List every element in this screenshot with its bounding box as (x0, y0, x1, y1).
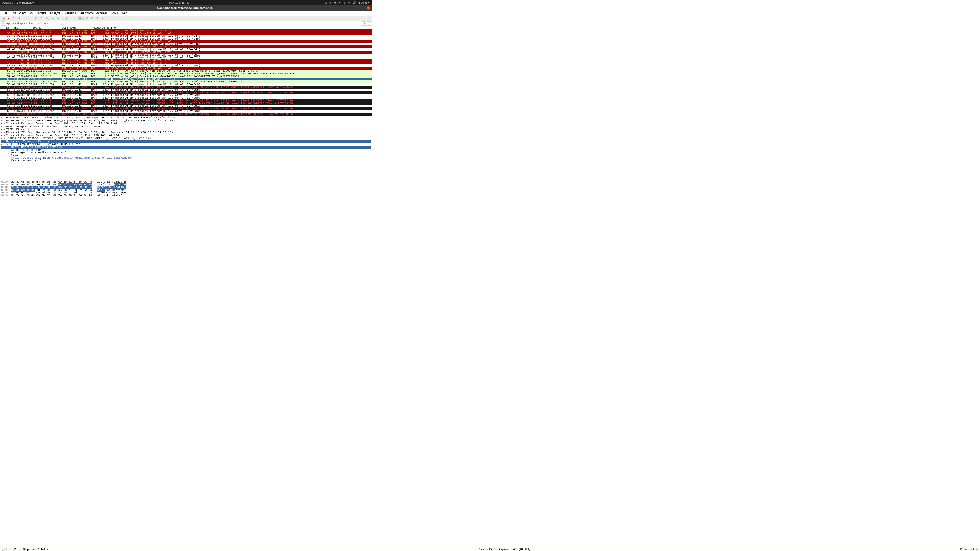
packet-row[interactable]: 4740.139318033192.168.1.2159.148.172.226… (0, 62, 372, 65)
packet-row[interactable]: 5041.110416996192.168.1.2159.148.147.204… (0, 70, 372, 73)
resize-cols-icon[interactable]: ⇔ (100, 16, 105, 21)
activities-button[interactable]: Activities (2, 1, 13, 4)
col-length[interactable]: Length (101, 26, 110, 29)
col-info[interactable]: Info (110, 26, 372, 29)
packet-row[interactable]: 6341.374693316192.168.1.254192.168.1.42I… (0, 105, 372, 107)
packet-row[interactable]: 5641.372890267192.168.1.2159.148.147.204… (0, 86, 372, 89)
bookmark-filter-icon[interactable]: ▮ (1, 21, 5, 25)
packet-row[interactable]: 5141.235842455159.148.147.204192.168.1.2… (0, 73, 372, 75)
menu-help[interactable]: Help (119, 11, 129, 15)
packet-row[interactable]: 6741.375589499192.168.1.254192.168.1.42I… (0, 116, 372, 116)
col-source[interactable]: Source (32, 26, 61, 29)
packet-row[interactable]: 4240.134623756192.168.1.254192.168.1.42I… (0, 48, 372, 51)
col-time[interactable]: Time (11, 26, 32, 29)
bluetooth-icon[interactable]: ✱ (329, 1, 331, 4)
hex-line[interactable]: 00c0 20 63 6c 6f 73 65 0d 0a 75 73 65 72… (1, 191, 371, 194)
packet-row[interactable]: 5241.235842632192.168.1.2159.148.147.204… (0, 75, 372, 78)
packet-row[interactable]: 4840.139320104192.168.1.254192.168.1.42I… (0, 64, 372, 67)
packet-row[interactable]: 3640.021259163192.168.1.2159.148.172.226… (0, 32, 372, 35)
menu-edit[interactable]: Edit (9, 11, 18, 15)
packet-row[interactable]: 4340.135095036192.168.1.2159.148.172.226… (0, 51, 372, 54)
menu-telephony[interactable]: Telephony (77, 11, 94, 15)
packet-row[interactable]: 6241.374335231192.168.1.2159.148.147.204… (0, 102, 372, 105)
find-icon[interactable]: 🔍 (45, 16, 50, 21)
packet-row[interactable]: 4940.139617510192.168.1.2159.148.172.226… (0, 67, 372, 70)
packet-bytes-pane[interactable]: 0080 31 31 65 2d 4c 54 45 36 2f 69 6d 61… (0, 180, 372, 197)
menu-file[interactable]: File (1, 11, 9, 15)
brightness-icon[interactable]: ☼ (343, 1, 346, 4)
packet-row[interactable]: 4640.139046080192.168.1.2159.148.172.226… (0, 59, 372, 62)
autoscroll-icon[interactable]: ≡ (78, 16, 83, 21)
menu-capture[interactable]: Capture (34, 11, 48, 15)
reload-icon[interactable]: ⟲ (38, 16, 43, 21)
packet-row[interactable]: 3740.021262319192.168.1.254192.168.1.42I… (0, 35, 372, 38)
packet-row[interactable]: 6441.374997528192.168.1.2159.148.147.204… (0, 107, 372, 110)
volume-icon[interactable]: 🔊 (352, 1, 356, 4)
detail-line[interactable]: [Full request URI: http://upgrade.mikrot… (1, 157, 371, 159)
detail-line[interactable]: User Datagram Protocol, Src Port: 60682,… (1, 125, 371, 128)
packet-row[interactable]: 5941.373653315192.168.1.254192.168.1.42I… (0, 94, 372, 97)
menu-analyze[interactable]: Analyze (48, 11, 62, 15)
screen-icon[interactable]: ⧉ (325, 1, 327, 4)
packet-row[interactable]: 5441.371723767159.148.147.204192.168.1.2… (0, 80, 372, 83)
packet-row[interactable]: 3940.022111330192.168.1.2159.148.172.226… (0, 40, 372, 43)
wifi-icon[interactable]: ▿ (348, 1, 350, 4)
detail-line[interactable]: user-agent: Mikrotik/6.x Fetch\r\n (1, 151, 371, 154)
packet-list-pane[interactable]: No. Time Source Destination Protocol Len… (0, 26, 372, 116)
clock[interactable]: May 10 9:46 PM (169, 1, 189, 4)
menu-tools[interactable]: Tools (109, 11, 119, 15)
detail-line[interactable]: Ethernet II, Src: Routerbo_8d:d5:35 (48:… (1, 131, 371, 134)
packet-row[interactable]: 3840.021262426192.168.1.254192.168.1.42I… (0, 38, 372, 40)
packet-row[interactable]: 4140.022790077192.168.1.2159.148.172.226… (0, 45, 372, 48)
col-no[interactable]: No. (0, 26, 11, 29)
jump-icon[interactable]: ⇥ (61, 16, 65, 21)
zoom-reset-icon[interactable]: ◎ (95, 16, 100, 21)
hex-line[interactable]: 00a0 70 67 72 61 64 65 2e 6d 69 6b 72 6f… (1, 186, 371, 189)
detail-line[interactable]: [HTTP request 1/1] (1, 159, 371, 162)
packet-row[interactable]: 5341.236496417192.168.1.2159.148.147.204… (0, 78, 372, 81)
col-destination[interactable]: Destination (61, 26, 90, 29)
menu-view[interactable]: View (18, 11, 27, 15)
col-protocol[interactable]: Protocol (90, 26, 101, 29)
expression-icon[interactable]: ▾ (362, 21, 366, 25)
packet-row[interactable]: 5541.372363162192.168.1.254192.168.1.42I… (0, 83, 372, 86)
menu-statistics[interactable]: Statistics (62, 11, 77, 15)
last-icon[interactable]: ⤓ (73, 16, 77, 21)
close-icon[interactable]: × (367, 6, 370, 10)
open-icon[interactable]: ▭ (23, 16, 28, 21)
packet-row[interactable]: 5841.373369160192.168.1.2159.148.147.204… (0, 91, 372, 94)
apply-filter-icon[interactable]: + (367, 21, 371, 25)
packet-row[interactable]: 4040.022783813192.168.1.254192.168.1.42I… (0, 43, 372, 46)
lang-indicator[interactable]: en₁ ▾ (334, 1, 340, 4)
packet-row[interactable]: 5741.373143149192.168.1.254192.168.1.42I… (0, 89, 372, 91)
hex-line[interactable]: 0080 31 31 65 2d 4c 54 45 36 2f 69 6d 61… (1, 181, 371, 183)
packet-row[interactable]: 4440.138487348192.168.1.254192.168.1.42I… (0, 54, 372, 56)
detail-line[interactable]: Transmission Control Protocol, Src Port:… (1, 137, 371, 140)
menu-go[interactable]: Go (27, 11, 34, 15)
start-capture-icon[interactable]: ◢ (1, 16, 6, 21)
packet-row[interactable]: 4540.138855279192.168.1.254192.168.1.42I… (0, 56, 372, 59)
prev-icon[interactable]: ← (51, 16, 55, 21)
zoom-out-icon[interactable]: ⊖ (90, 16, 94, 21)
next-icon[interactable]: → (56, 16, 60, 21)
hex-line[interactable]: 00e0 20 46 65 74 63 68 0d 0a 0d 0a Fetch… (1, 197, 371, 197)
close-file-icon[interactable]: ✕ (33, 16, 38, 21)
app-menu[interactable]: ◢ Wireshark ▾ (16, 1, 34, 4)
packet-row[interactable]: 6541.375002431192.168.1.254192.168.1.42I… (0, 110, 372, 113)
packet-row[interactable]: 6641.375309334192.168.1.2159.148.147.204… (0, 113, 372, 116)
packet-list-header[interactable]: No. Time Source Destination Protocol Len… (0, 26, 372, 29)
detail-line[interactable]: Frame 53: 234 bytes on wire (1872 bits),… (1, 116, 371, 119)
restart-capture-icon[interactable]: ⟳ (11, 16, 16, 21)
first-icon[interactable]: ⤒ (68, 16, 72, 21)
capture-options-icon[interactable]: ✲ (16, 16, 21, 21)
zoom-in-icon[interactable]: ⊕ (85, 16, 89, 21)
stop-capture-icon[interactable]: ■ (6, 16, 11, 21)
menu-wireless[interactable]: Wireless (94, 11, 109, 15)
packet-row[interactable]: 6041.374126766192.168.1.254192.168.1.42I… (0, 97, 372, 100)
packet-row[interactable]: 3540.011785779192.168.1.2159.148.172.226… (0, 29, 372, 32)
detail-line[interactable]: Host: upgrade.mikrotik.com\r\n (1, 146, 371, 149)
battery-indicator[interactable]: ▮ 90 % ▾ (359, 1, 369, 4)
packet-details-pane[interactable]: Frame 53: 234 bytes on wire (1872 bits),… (0, 116, 372, 180)
packet-row[interactable]: 6141.374335153192.168.1.2159.148.147.204… (0, 99, 372, 102)
display-filter-input[interactable] (5, 21, 362, 26)
